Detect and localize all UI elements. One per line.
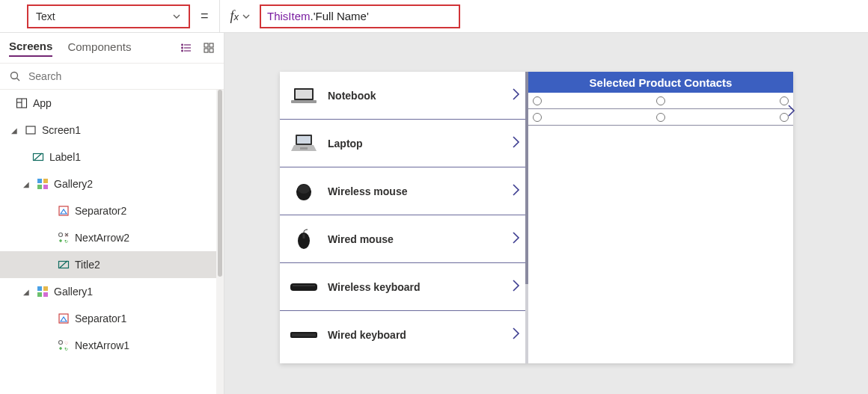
svg-line-27	[60, 261, 67, 268]
tree-item-label1[interactable]: Label1	[0, 144, 224, 170]
tree-scrollbar[interactable]	[216, 90, 224, 394]
gallery2-template-row[interactable]	[528, 93, 793, 109]
selection-handle[interactable]	[656, 96, 665, 105]
tree-item-separator2[interactable]: Separator2	[0, 197, 224, 224]
svg-text:↻: ↻	[64, 239, 68, 244]
gallery1-preview[interactable]: Notebook Laptop Wireless mouse	[280, 72, 528, 363]
gallery-row[interactable]: Wired keyboard	[280, 311, 528, 359]
icons-group-icon: ♡↻	[57, 339, 70, 352]
tab-screens[interactable]: Screens	[9, 40, 52, 57]
tree-item-app[interactable]: App	[0, 90, 224, 117]
product-image	[289, 228, 319, 250]
svg-point-33	[59, 341, 63, 345]
tree-item-label: Label1	[49, 151, 81, 163]
tree-item-label: Gallery1	[54, 286, 93, 298]
fx-section: fx ThisItem.'Full Name'	[219, 0, 461, 32]
svg-rect-6	[204, 43, 208, 47]
grid-icon[interactable]	[203, 42, 215, 54]
svg-rect-30	[37, 292, 42, 297]
collapse-icon[interactable]: ◢	[21, 288, 31, 296]
svg-rect-45	[303, 234, 305, 238]
tree-item-gallery2[interactable]: ◢ Gallery2	[0, 170, 224, 197]
search-icon	[9, 70, 21, 82]
label-icon	[57, 258, 70, 271]
product-title: Wired mouse	[328, 233, 394, 245]
chevron-right-icon[interactable]	[510, 87, 521, 105]
formula-bar: Text = fx ThisItem.'Full Name'	[0, 0, 868, 33]
tree-item-screen1[interactable]: ◢ Screen1	[0, 117, 224, 144]
gallery2-preview[interactable]	[528, 93, 793, 126]
gallery-row[interactable]: Laptop	[280, 120, 528, 167]
property-selector[interactable]: Text	[27, 4, 190, 28]
product-image	[289, 276, 319, 298]
chevron-right-icon[interactable]	[510, 182, 521, 200]
svg-rect-31	[43, 292, 48, 297]
search-input[interactable]	[28, 70, 215, 82]
gallery-icon	[36, 285, 49, 298]
tree-scrollbar-thumb[interactable]	[218, 90, 222, 277]
canvas[interactable]: Notebook Laptop Wireless mouse	[224, 33, 868, 394]
tree-item-nextarrow2[interactable]: ♡↻ NextArrow2	[0, 224, 224, 251]
right-column: Selected Product Contacts	[528, 72, 793, 363]
tree-item-label: Gallery2	[54, 178, 93, 190]
separator-icon	[57, 204, 70, 218]
product-image	[289, 84, 319, 107]
list-icon[interactable]	[180, 42, 192, 54]
panel-tabs: Screens Components	[0, 33, 224, 63]
tree-item-label: Screen1	[42, 124, 81, 136]
chevron-right-icon[interactable]	[510, 230, 521, 248]
gallery-row[interactable]: Wireless keyboard	[280, 263, 528, 311]
app-preview: Notebook Laptop Wireless mouse	[280, 72, 793, 363]
svg-point-23	[59, 233, 63, 237]
svg-rect-21	[43, 185, 48, 189]
formula-token-object: ThisItem	[267, 10, 311, 22]
label-icon	[31, 150, 45, 164]
chevron-down-icon	[172, 12, 181, 21]
product-title: Wireless mouse	[328, 185, 407, 197]
collapse-icon[interactable]: ◢	[21, 180, 31, 188]
tab-components[interactable]: Components	[67, 40, 131, 56]
gallery-row[interactable]: Wired mouse	[280, 215, 528, 263]
chevron-right-icon[interactable]	[510, 135, 521, 153]
svg-rect-38	[291, 100, 317, 103]
collapse-icon[interactable]: ◢	[9, 126, 19, 135]
svg-point-3	[182, 44, 183, 46]
chevron-right-icon[interactable]	[786, 103, 796, 121]
tree-item-gallery1[interactable]: ◢ Gallery1	[0, 278, 224, 305]
gallery-row[interactable]: Notebook	[280, 72, 528, 120]
formula-input[interactable]: ThisItem.'Full Name'	[260, 4, 460, 28]
product-title: Laptop	[328, 138, 363, 150]
gallery2-template-row[interactable]	[528, 109, 793, 126]
svg-rect-9	[210, 49, 213, 52]
svg-point-43	[298, 185, 310, 194]
svg-rect-28	[37, 286, 42, 291]
tree-item-label: Title2	[75, 259, 100, 271]
chevron-right-icon[interactable]	[510, 278, 521, 296]
selection-handle[interactable]	[533, 96, 542, 105]
selection-handle[interactable]	[533, 113, 542, 122]
product-image	[289, 132, 319, 155]
svg-rect-15	[26, 126, 35, 134]
property-selector-value: Text	[36, 10, 55, 22]
svg-rect-47	[293, 285, 315, 286]
icons-group-icon: ♡↻	[57, 231, 70, 244]
tree-item-title2[interactable]: Title2	[0, 251, 224, 278]
equals-sign: =	[201, 8, 209, 24]
chevron-down-icon[interactable]	[242, 12, 251, 21]
svg-point-4	[182, 47, 183, 49]
tree-item-label: NextArrow1	[75, 339, 129, 351]
svg-line-11	[17, 79, 20, 81]
tree-item-nextarrow1[interactable]: ♡↻ NextArrow1	[0, 332, 224, 359]
svg-rect-19	[43, 179, 48, 183]
gallery-row[interactable]: Wireless mouse	[280, 167, 528, 215]
svg-rect-7	[210, 43, 213, 47]
tree-item-label: App	[33, 97, 52, 109]
tree-view: App ◢ Screen1 Label1 ◢ Gallery2	[0, 90, 224, 394]
tree-item-separator1[interactable]: Separator1	[0, 305, 224, 332]
chevron-right-icon[interactable]	[510, 326, 521, 344]
separator-icon	[57, 312, 70, 325]
product-title: Wired keyboard	[328, 329, 406, 341]
selection-handle[interactable]	[656, 113, 665, 122]
svg-rect-46	[290, 283, 317, 291]
product-title: Notebook	[328, 90, 376, 102]
